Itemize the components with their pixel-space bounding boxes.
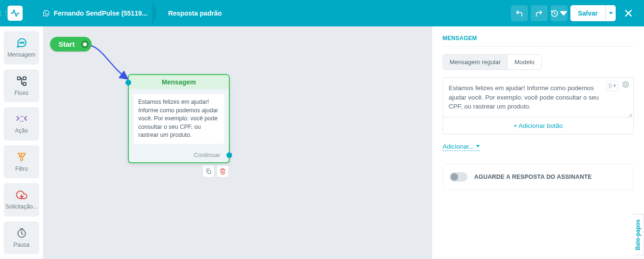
svg-rect-5 bbox=[17, 77, 20, 80]
tool-flow[interactable]: Fluxo bbox=[4, 69, 39, 103]
copy-icon bbox=[205, 168, 212, 175]
svg-rect-9 bbox=[22, 116, 23, 117]
svg-point-3 bbox=[21, 42, 22, 43]
tool-pause[interactable]: Pausa bbox=[4, 221, 39, 255]
flow-icon bbox=[15, 75, 28, 87]
breadcrumb-flow[interactable]: Resposta padrão bbox=[158, 0, 232, 26]
close-button[interactable] bbox=[620, 5, 636, 21]
svg-point-16 bbox=[626, 84, 627, 84]
duplicate-node-button[interactable] bbox=[202, 165, 215, 177]
message-text-value: Estamos felizes em ajudar! Informe como … bbox=[449, 84, 599, 110]
message-node-input-port[interactable] bbox=[125, 80, 131, 85]
save-dropdown-button[interactable] bbox=[605, 5, 616, 21]
svg-rect-7 bbox=[23, 83, 26, 85]
resize-handle-icon[interactable] bbox=[628, 113, 632, 117]
emoji-button[interactable] bbox=[622, 81, 629, 91]
await-response-row: AGUARDE A RESPOSTA DO ASSINANTE bbox=[443, 164, 634, 190]
start-node-output-port[interactable] bbox=[81, 41, 89, 48]
redo-icon bbox=[535, 9, 543, 17]
start-node[interactable]: Start bbox=[50, 37, 92, 51]
caret-down-icon bbox=[560, 9, 568, 17]
caret-down-icon bbox=[476, 144, 480, 148]
svg-point-14 bbox=[623, 82, 628, 87]
tool-flow-label: Fluxo bbox=[15, 90, 28, 96]
svg-rect-6 bbox=[23, 77, 26, 80]
tab-template-message[interactable]: Modelo bbox=[507, 55, 541, 69]
trash-icon bbox=[219, 168, 226, 175]
svg-point-2 bbox=[20, 42, 21, 43]
tool-action[interactable]: Ação bbox=[4, 107, 39, 141]
add-element-dropdown[interactable]: Adicionar... bbox=[443, 143, 480, 151]
add-element-label: Adicionar... bbox=[443, 143, 474, 150]
delete-node-button[interactable] bbox=[217, 165, 229, 177]
await-response-toggle[interactable] bbox=[450, 172, 468, 182]
message-node-text: Estamos felizes em ajudar! Informe como … bbox=[134, 94, 224, 144]
tool-message[interactable]: Mensagem bbox=[4, 31, 39, 65]
message-node[interactable]: Mensagem Estamos felizes em ajudar! Info… bbox=[128, 74, 230, 163]
flow-canvas[interactable]: Start Mensagem Estamos felizes em ajudar… bbox=[43, 26, 432, 259]
tool-palette: Mensagem Fluxo Ação Filtro Solicitação..… bbox=[0, 26, 43, 259]
tab-regular-message[interactable]: Mensagem regular bbox=[443, 55, 507, 69]
redo-button[interactable] bbox=[531, 5, 548, 21]
insert-variable-button[interactable]: {} ▾ bbox=[607, 81, 618, 91]
brand-logo[interactable] bbox=[8, 6, 23, 21]
tool-api-label: Solicitação... bbox=[5, 203, 37, 210]
breadcrumb-bot[interactable]: Fernando SendPulse (55119... bbox=[32, 0, 158, 26]
message-icon bbox=[15, 37, 28, 49]
breadcrumb-bot-name: Fernando SendPulse (55119... bbox=[54, 9, 147, 17]
tool-filter[interactable]: Filtro bbox=[4, 145, 39, 179]
tool-pause-label: Pausa bbox=[13, 242, 29, 248]
whatsapp-icon bbox=[42, 9, 50, 17]
svg-rect-11 bbox=[22, 121, 23, 122]
breadcrumb-flow-name: Resposta padrão bbox=[168, 9, 222, 17]
filter-icon bbox=[15, 151, 28, 163]
message-node-title: Mensagem bbox=[129, 75, 229, 89]
svg-point-15 bbox=[624, 84, 625, 84]
cloud-api-icon bbox=[15, 189, 28, 201]
header-actions: Salvar bbox=[511, 5, 644, 21]
tool-api-request[interactable]: Solicitação... bbox=[4, 183, 39, 217]
chats-side-tab[interactable]: Bate-papos bbox=[632, 214, 644, 255]
message-type-tabs: Mensagem regular Modelo bbox=[443, 54, 542, 70]
undo-icon bbox=[515, 9, 523, 17]
message-settings-panel: MENSAGEM Mensagem regular Modelo Estamos… bbox=[432, 26, 644, 259]
save-button[interactable]: Salvar bbox=[570, 5, 605, 21]
message-node-output-port[interactable] bbox=[226, 152, 232, 158]
await-response-label: AGUARDE A RESPOSTA DO ASSINANTE bbox=[474, 174, 592, 180]
panel-title: MENSAGEM bbox=[443, 35, 634, 42]
close-icon bbox=[624, 8, 633, 18]
continue-label: Continuar bbox=[194, 151, 220, 159]
tool-filter-label: Filtro bbox=[15, 166, 28, 172]
caret-down-icon bbox=[609, 11, 613, 15]
add-button-button[interactable]: + Adicionar botão bbox=[443, 117, 634, 134]
svg-rect-13 bbox=[208, 170, 210, 173]
undo-button[interactable] bbox=[511, 5, 528, 21]
svg-point-4 bbox=[23, 42, 24, 43]
app-header: ⋮⋮ Fernando SendPulse (55119... Resposta… bbox=[0, 0, 644, 26]
start-node-label: Start bbox=[59, 40, 75, 48]
action-icon bbox=[15, 113, 28, 125]
tool-message-label: Mensagem bbox=[8, 51, 35, 58]
svg-rect-10 bbox=[20, 121, 21, 122]
history-icon bbox=[551, 9, 559, 17]
tool-action-label: Ação bbox=[15, 127, 28, 134]
svg-rect-8 bbox=[20, 116, 21, 117]
drag-handle-icon[interactable]: ⋮⋮ bbox=[0, 0, 5, 26]
emoji-icon bbox=[622, 81, 629, 88]
message-text-input[interactable]: Estamos felizes em ajudar! Informe como … bbox=[443, 77, 634, 117]
breadcrumb: Fernando SendPulse (55119... Resposta pa… bbox=[32, 0, 232, 26]
clock-icon bbox=[15, 227, 28, 239]
history-button[interactable] bbox=[551, 5, 568, 21]
